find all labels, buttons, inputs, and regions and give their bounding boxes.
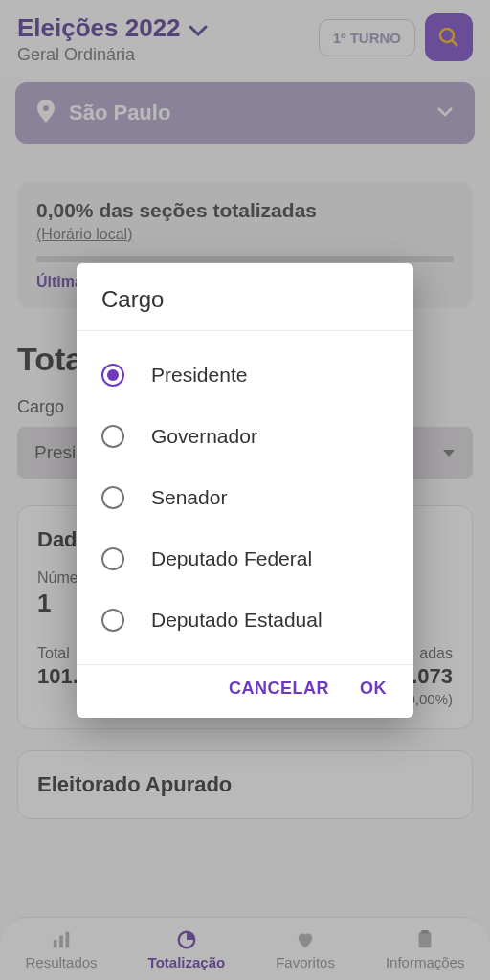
dialog-actions: CANCELAR OK xyxy=(77,664,413,718)
radio-option-governador[interactable]: Governador xyxy=(101,406,406,467)
radio-option-dep-estadual[interactable]: Deputado Estadual xyxy=(101,590,406,651)
radio-option-senador[interactable]: Senador xyxy=(101,467,406,528)
radio-option-presidente[interactable]: Presidente xyxy=(101,345,406,406)
cancel-button[interactable]: CANCELAR xyxy=(229,679,329,699)
modal-overlay[interactable]: Cargo Presidente Governador Senador Depu… xyxy=(0,0,490,980)
ok-button[interactable]: OK xyxy=(360,679,387,699)
radio-icon xyxy=(101,425,124,448)
cargo-dialog: Cargo Presidente Governador Senador Depu… xyxy=(77,263,413,718)
radio-icon xyxy=(101,609,124,632)
radio-icon xyxy=(101,547,124,570)
radio-list: Presidente Governador Senador Deputado F… xyxy=(77,331,413,664)
dialog-title: Cargo xyxy=(77,263,413,331)
radio-icon xyxy=(101,364,124,387)
radio-option-dep-federal[interactable]: Deputado Federal xyxy=(101,528,406,590)
radio-icon xyxy=(101,486,124,509)
